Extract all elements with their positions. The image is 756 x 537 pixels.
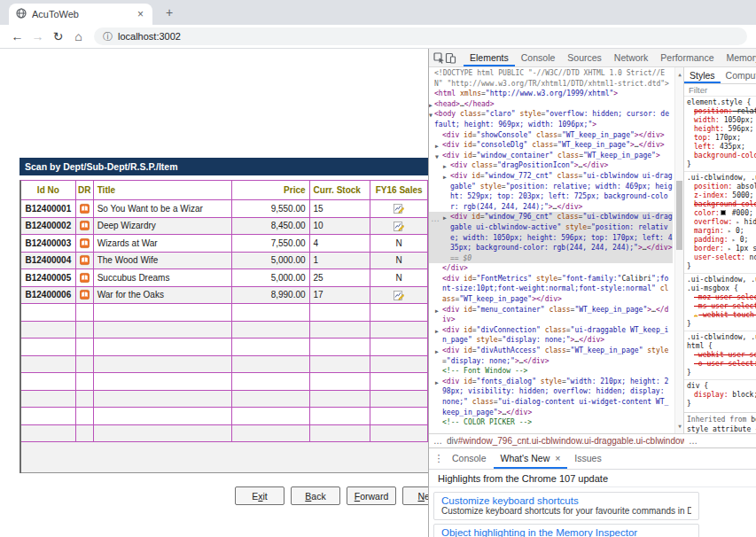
breadcrumb[interactable]: … div#window_796_cnt.ui-cblwindow.ui-dra… xyxy=(429,433,756,448)
sales-chart-edit-icon[interactable] xyxy=(374,290,424,300)
collapse-arrow-icon[interactable]: ▼ xyxy=(429,111,433,121)
css-property[interactable]: position: relative; xyxy=(684,107,756,116)
site-info-icon[interactable]: ⓘ xyxy=(103,30,113,43)
css-property[interactable]: left: 435px; xyxy=(684,143,756,152)
new-tab-button[interactable]: + xyxy=(161,5,177,21)
css-property[interactable]: background-color: xyxy=(684,200,756,209)
back-button[interactable]: Back xyxy=(291,486,340,505)
sales-chart-edit-icon[interactable] xyxy=(374,203,424,214)
scroll-down-icon[interactable]: ▼ xyxy=(675,421,683,432)
css-property[interactable]: color: #000; xyxy=(684,209,756,218)
close-tab-icon[interactable]: × xyxy=(136,8,145,20)
book-icon[interactable] xyxy=(80,220,90,231)
table-row[interactable]: B12400004The Wood Wife5,000.001N xyxy=(21,253,428,270)
devtools-tab-sources[interactable]: Sources xyxy=(561,49,608,66)
expand-arrow-icon[interactable]: ▸ xyxy=(729,237,736,244)
expand-arrow-icon[interactable]: ▶ xyxy=(435,307,439,317)
table-row[interactable]: B12400001So You Want to be a Wizar9,550.… xyxy=(21,200,428,218)
browser-tab[interactable]: AcuToWeb × xyxy=(9,4,152,25)
css-property[interactable]: padding: ▸ 0; xyxy=(684,236,756,245)
forward-button[interactable]: → xyxy=(27,29,48,43)
css-property[interactable]: display: block; xyxy=(684,391,756,400)
tab-computed[interactable]: Computed xyxy=(721,67,756,83)
devtools-tab-network[interactable]: Network xyxy=(608,49,655,66)
book-icon[interactable] xyxy=(80,272,90,284)
css-property[interactable]: width: 1050px; xyxy=(684,116,756,125)
dom-tree-node[interactable]: ▼<div id="window_container" class="WT_ke… xyxy=(429,151,673,161)
css-property[interactable]: background-color: rgb(244, 244, 244); xyxy=(684,152,756,160)
exit-button[interactable]: Exit xyxy=(235,486,284,505)
book-icon[interactable] xyxy=(80,289,90,300)
devtools-resize-handle[interactable]: … xyxy=(431,214,440,223)
css-property[interactable]: z-index: 5000; xyxy=(684,191,756,200)
table-row[interactable]: B12400006War for the Oaks8,990.0017 xyxy=(21,287,428,305)
expand-arrow-icon[interactable]: ▸ xyxy=(724,245,731,253)
css-property[interactable]: -o-user-select: none; xyxy=(684,360,756,369)
scroll-up-icon[interactable]: ▲ xyxy=(675,69,683,80)
reload-button[interactable]: ↻ xyxy=(48,29,68,43)
css-property[interactable]: margin: ▸ 0; xyxy=(684,227,756,236)
address-bar[interactable]: ⓘ localhost:3002 xyxy=(94,27,747,45)
css-property[interactable]: -ms-user-select: none; xyxy=(684,302,756,311)
back-button[interactable]: ← xyxy=(7,29,27,43)
devtools-tab-console[interactable]: Console xyxy=(515,49,562,66)
expand-arrow-icon[interactable]: ▶ xyxy=(443,214,447,224)
book-icon[interactable] xyxy=(80,203,90,214)
device-toolbar-icon[interactable] xyxy=(445,52,456,64)
css-property[interactable]: overflow: ▸ hidden; xyxy=(684,218,756,227)
whats-new-link[interactable]: Customize keyboard shortcuts xyxy=(441,495,691,506)
home-button[interactable]: ⌂ xyxy=(68,29,89,43)
dom-tree-node[interactable]: <html xmlns="http://www.w3.org/1999/xhtm… xyxy=(429,89,673,99)
expand-arrow-icon[interactable]: ▸ xyxy=(724,228,731,235)
breadcrumb-selected-node[interactable]: div#window_796_cnt.ui-cblwindow.ui-dragg… xyxy=(447,436,684,446)
book-icon[interactable] xyxy=(80,254,90,266)
drawer-tab-what-s-new[interactable]: What's New× xyxy=(494,448,568,469)
devtools-tab-elements[interactable]: Elements xyxy=(464,49,515,66)
expand-arrow-icon[interactable]: ▶ xyxy=(443,173,447,183)
devtools-tab-memory[interactable]: Memory xyxy=(720,49,756,66)
drawer-tab-issues[interactable]: Issues xyxy=(567,448,608,469)
dom-tree-node[interactable]: ▶<div class="dragPositionIcon">…</div> xyxy=(429,160,673,171)
inspect-element-icon[interactable] xyxy=(433,52,445,64)
drawer-menu-icon[interactable]: ⋮ xyxy=(433,453,445,464)
css-property[interactable]: position: absolute; xyxy=(684,183,756,191)
table-row[interactable]: B12400003Wizards at War7,550.004N xyxy=(21,235,428,253)
tab-styles[interactable]: Styles xyxy=(684,67,721,83)
css-property[interactable]: height: 596px; xyxy=(684,125,756,134)
dom-tree-node[interactable]: ▶<div id="divAuthAccess" class="WT_keep_… xyxy=(429,346,673,366)
css-property[interactable]: top: 170px; xyxy=(684,134,756,143)
dom-tree-node[interactable]: <!-- COLOR PICKER --> xyxy=(429,417,673,428)
dom-tree-node[interactable]: ▼<body class="claro" style="overflow: hi… xyxy=(429,109,673,129)
css-property[interactable]: ⚠-webkit-touch-callout: xyxy=(684,311,756,320)
whats-new-link[interactable]: Object highlighting in the Memory Inspec… xyxy=(441,527,691,537)
dom-tree-node[interactable]: ▶<div id="fonts_dialog" style="width: 21… xyxy=(429,377,673,417)
devtools-tab-performance[interactable]: Performance xyxy=(654,49,720,66)
dom-tree-node[interactable]: ▶<div id="window_772_cnt" class="ui-cblw… xyxy=(429,171,673,212)
dom-tree-node[interactable]: <div id="FontMetrics" style="font-family… xyxy=(429,274,673,305)
dom-tree-node[interactable]: <!DOCTYPE html PUBLIC "-//W3C//DTD XHTML… xyxy=(429,68,673,89)
dom-tree-node[interactable]: ▶<div id="menu_container" class="WT_keep… xyxy=(429,305,673,325)
dom-tree-node[interactable]: ▶<div id="window_796_cnt" class="ui-cblw… xyxy=(429,212,673,263)
drawer-tab-console[interactable]: Console xyxy=(445,448,494,469)
forward-button[interactable]: Forward xyxy=(347,486,396,505)
dom-tree-node[interactable]: ▶<head>…</head> xyxy=(429,99,673,110)
expand-arrow-icon[interactable]: ▸ xyxy=(732,219,739,226)
breadcrumb-overflow-icon[interactable]: … xyxy=(433,436,442,446)
expand-arrow-icon[interactable]: ▶ xyxy=(435,327,439,338)
dom-tree-node[interactable]: </div> xyxy=(429,263,673,274)
dom-tree-node[interactable]: <div id="showConsole" class="WT_keep_in_… xyxy=(429,130,673,141)
table-row[interactable]: B12400002Deep Wizardry8,450.0010 xyxy=(21,218,428,236)
css-property[interactable]: border: ▸ 1px solid xyxy=(684,245,756,253)
dom-tree-node[interactable]: <!-- Font Window --> xyxy=(429,366,673,377)
css-property[interactable]: user-select: none; xyxy=(684,253,756,262)
close-icon[interactable]: × xyxy=(555,448,560,469)
dom-tree-scrollbar[interactable]: ▲▼ xyxy=(674,67,683,433)
expand-arrow-icon[interactable]: ▶ xyxy=(435,378,439,389)
scrollbar-thumb[interactable] xyxy=(676,181,682,250)
dom-tree-node[interactable]: ▶<div id="consoleDlg" class="WT_keep_in_… xyxy=(429,140,673,151)
breadcrumb-overflow-icon[interactable]: … xyxy=(689,436,698,446)
css-property[interactable]: -moz-user-select: none; xyxy=(684,293,756,302)
book-icon[interactable] xyxy=(80,237,90,249)
dom-tree-node[interactable]: ▶<div id="divConnection" class="ui-dragg… xyxy=(429,325,673,346)
expand-arrow-icon[interactable]: ▶ xyxy=(435,347,439,358)
